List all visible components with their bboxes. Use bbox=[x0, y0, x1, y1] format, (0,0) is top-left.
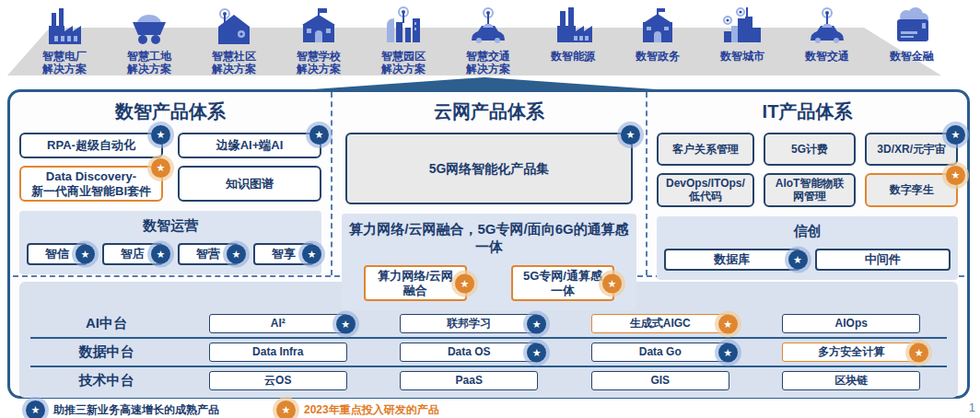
product-label: 云OS bbox=[264, 374, 291, 387]
blue-star-icon: ★ bbox=[788, 250, 808, 269]
solution-item[interactable]: 智慧电厂 解决方案 bbox=[22, 4, 107, 76]
blue-star-icon: ★ bbox=[26, 401, 45, 418]
product-box-devops-itops[interactable]: DevOps/ITOps/ 低代码 bbox=[657, 173, 754, 207]
blue-star-icon: ★ bbox=[336, 314, 356, 333]
smart-home-icon bbox=[214, 4, 254, 48]
blue-star-icon: ★ bbox=[151, 125, 170, 145]
solution-item[interactable]: 数智城市 bbox=[700, 4, 785, 76]
solution-item[interactable]: 数智能源 bbox=[531, 4, 615, 76]
orange-star-icon: ★ bbox=[602, 273, 622, 293]
product-box-gis[interactable]: GIS bbox=[591, 371, 729, 390]
legend-label: 助推三新业务高速增长的成熟产品 bbox=[53, 402, 219, 418]
solution-item[interactable]: 智慧学校 解决方案 bbox=[276, 4, 361, 76]
product-box-zhiying[interactable]: 智营 ★ bbox=[178, 243, 239, 265]
solution-label: 智慧电厂 解决方案 bbox=[42, 50, 87, 76]
product-box-zhidian[interactable]: 智店 ★ bbox=[102, 243, 163, 265]
solution-item[interactable]: 数智交通 bbox=[785, 4, 869, 76]
product-label: AIoT智能物联网管理 bbox=[773, 177, 847, 203]
middle-row-data: 数据中台 Data Infra Data OS ★ Data Go ★ 多方安全… bbox=[30, 337, 947, 366]
subsection-computing-network: 算力网络/云网融合，5G专网/面向6G的通算感一体 算力网络/云网融合 ★ 5G… bbox=[342, 214, 636, 310]
product-box-rpa[interactable]: RPA-超级自动化 ★ bbox=[19, 133, 163, 158]
section-title: 云网产品体系 bbox=[342, 99, 636, 124]
orange-star-icon: ★ bbox=[151, 158, 170, 178]
product-box-crm[interactable]: 客户关系管理 bbox=[657, 133, 754, 166]
section-it-products: IT产品体系 客户关系管理 5G计费 3D/XR/元宇宙 ★ DevOps/IT… bbox=[648, 92, 967, 275]
solution-item[interactable]: 数智金融 bbox=[869, 4, 954, 76]
row-label: 数据中台 bbox=[30, 343, 182, 361]
product-box-federated-learning[interactable]: 联邦学习 ★ bbox=[400, 314, 538, 333]
smart-car-icon bbox=[805, 4, 849, 48]
product-box-3d-xr-metaverse[interactable]: 3D/XR/元宇宙 ★ bbox=[865, 133, 958, 166]
mine-cart-icon bbox=[128, 4, 170, 48]
product-box-aiops[interactable]: AIOps bbox=[782, 314, 920, 333]
page-number: 1 bbox=[969, 401, 975, 414]
product-box-data-discovery[interactable]: Data Discovery- 新一代商业智能BI套件 ★ bbox=[19, 166, 163, 202]
product-label: PaaS bbox=[456, 374, 483, 387]
blue-star-icon: ★ bbox=[76, 245, 95, 264]
product-label: 数字孪生 bbox=[890, 183, 934, 196]
blue-star-icon: ★ bbox=[302, 245, 321, 264]
city-icon bbox=[718, 4, 766, 48]
product-box-knowledge-graph[interactable]: 知识图谱 bbox=[178, 166, 321, 202]
connected-car-icon bbox=[466, 4, 510, 48]
product-box-digital-twin[interactable]: 数字孪生 ★ bbox=[865, 173, 958, 207]
product-box-ai2[interactable]: AI² ★ bbox=[209, 314, 347, 333]
product-box-database[interactable]: 数据库 ★ bbox=[664, 249, 800, 271]
product-box-data-go[interactable]: Data Go ★ bbox=[591, 343, 729, 362]
solution-label: 智慧社区 解决方案 bbox=[212, 50, 256, 76]
blue-star-icon: ★ bbox=[527, 314, 546, 333]
product-label: 5G计费 bbox=[791, 143, 828, 156]
product-label: GIS bbox=[650, 374, 670, 387]
product-label: 区块链 bbox=[834, 374, 868, 387]
product-label: 智店 bbox=[121, 247, 145, 261]
product-box-5g-private-network[interactable]: 5G专网/通算感一体 ★ bbox=[511, 265, 614, 301]
legend-item-mature-products: ★ 助推三新业务高速增长的成熟产品 bbox=[26, 401, 219, 418]
product-box-data-os[interactable]: Data OS ★ bbox=[400, 343, 538, 362]
solution-item[interactable]: 数智政务 bbox=[615, 4, 700, 76]
product-label: 5G网络智能化产品集 bbox=[429, 161, 550, 177]
product-box-5g-billing[interactable]: 5G计费 bbox=[764, 133, 857, 166]
main-panel: 数智产品体系 RPA-超级自动化 ★ 边缘AI+端AI ★ Data Disco… bbox=[7, 89, 970, 399]
solution-item[interactable]: 智慧社区 解决方案 bbox=[192, 4, 276, 76]
product-box-zhixiang[interactable]: 智享 ★ bbox=[253, 243, 314, 265]
blue-star-icon: ★ bbox=[309, 125, 329, 145]
power-plant-icon bbox=[43, 4, 86, 48]
solution-label: 数智能源 bbox=[551, 50, 595, 63]
blue-star-icon: ★ bbox=[227, 245, 246, 264]
product-box-cloud-os[interactable]: 云OS bbox=[209, 371, 347, 390]
product-label: AI² bbox=[271, 317, 286, 330]
orange-star-icon: ★ bbox=[909, 343, 928, 362]
product-box-aiot[interactable]: AIoT智能物联网管理 bbox=[764, 173, 857, 207]
bank-card-icon bbox=[890, 4, 934, 48]
product-box-paas[interactable]: PaaS bbox=[400, 371, 538, 390]
product-box-edge-ai[interactable]: 边缘AI+端AI ★ bbox=[178, 133, 321, 158]
solution-label: 数智金融 bbox=[890, 50, 934, 63]
product-box-middleware[interactable]: 中间件 bbox=[815, 249, 951, 271]
product-box-5g-network-intelligence[interactable]: 5G网络智能化产品集 ★ bbox=[345, 133, 633, 204]
orange-star-icon: ★ bbox=[946, 166, 965, 185]
product-box-data-infra[interactable]: Data Infra bbox=[209, 343, 347, 362]
energy-factory-icon bbox=[552, 4, 594, 48]
product-box-computing-network-fusion[interactable]: 算力网络/云网融合 ★ bbox=[364, 265, 467, 301]
subsection-xinchuang: 信创 数据库 ★ 中间件 bbox=[657, 216, 958, 280]
product-box-mpc[interactable]: 多方安全计算 ★ bbox=[782, 343, 920, 362]
product-box-zhixin[interactable]: 智信 ★ bbox=[27, 243, 88, 265]
product-box-generative-aigc[interactable]: 生成式AIGC ★ bbox=[591, 314, 729, 333]
product-label: 知识图谱 bbox=[226, 177, 274, 192]
solution-label: 智慧工地 解决方案 bbox=[127, 50, 171, 76]
solution-item[interactable]: 智慧园区 解决方案 bbox=[361, 4, 446, 76]
solution-label: 智慧学校 解决方案 bbox=[297, 50, 341, 76]
solutions-row: 智慧电厂 解决方案 智慧工地 解决方案 智慧社区 解决方案 bbox=[22, 4, 954, 76]
solution-label: 数智城市 bbox=[720, 50, 764, 63]
product-label: Data Go bbox=[639, 345, 682, 358]
product-label: 生成式AIGC bbox=[630, 317, 691, 330]
product-box-blockchain[interactable]: 区块链 bbox=[782, 371, 920, 390]
product-label: 智营 bbox=[196, 247, 220, 261]
solution-item[interactable]: 智慧交通 解决方案 bbox=[446, 4, 531, 76]
product-label: 数据库 bbox=[714, 252, 750, 267]
solution-item[interactable]: 智慧工地 解决方案 bbox=[107, 4, 192, 76]
legend-item-2023-rd-products: ★ 2023年重点投入研发的产品 bbox=[276, 401, 439, 418]
middle-row-ai: AI中台 AI² ★ 联邦学习 ★ 生成式AIGC ★ AIOps bbox=[30, 310, 947, 337]
government-icon bbox=[636, 4, 680, 48]
legend-label: 2023年重点投入研发的产品 bbox=[304, 402, 439, 418]
